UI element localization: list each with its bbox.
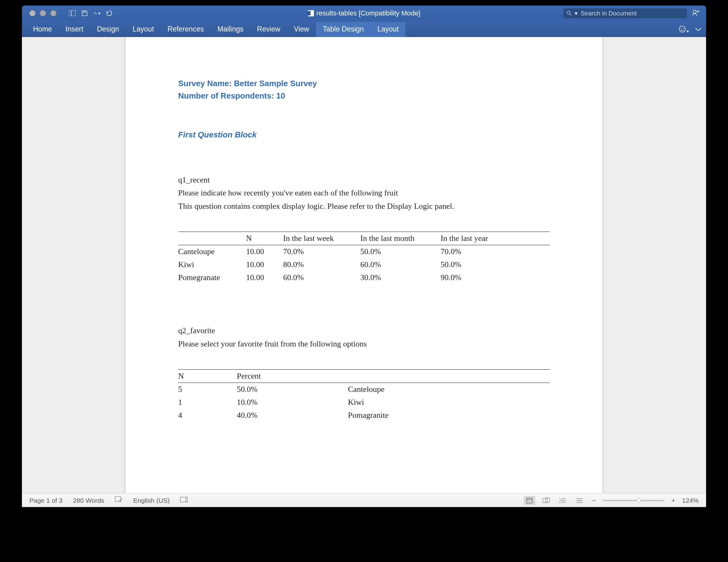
page-indicator[interactable]: Page 1 of 3 <box>29 497 62 504</box>
tab-design[interactable]: Design <box>90 22 126 37</box>
tab-references[interactable]: References <box>161 22 211 37</box>
q1-table: N In the last week In the last month In … <box>178 232 550 284</box>
search-placeholder: Search in Document <box>581 10 637 17</box>
table-row: Kiwi10.0080.0%60.0%50.0% <box>178 258 550 271</box>
print-layout-view-icon[interactable] <box>524 496 535 505</box>
respondent-count: Number of Respondents: 10 <box>178 90 550 102</box>
undo-icon[interactable]: ▾ <box>94 10 100 17</box>
svg-rect-12 <box>180 497 186 502</box>
svg-rect-0 <box>69 10 76 16</box>
q1-h0 <box>178 232 246 245</box>
page: Survey Name: Better Sample Survey Number… <box>126 37 602 493</box>
repeat-icon[interactable] <box>106 10 113 17</box>
tab-insert[interactable]: Insert <box>59 22 90 37</box>
zoom-slider-thumb[interactable] <box>637 498 641 503</box>
q2-table: N Percent 550.0%Canteloupe 110.0%Kiwi 44… <box>178 369 550 422</box>
status-bar: Page 1 of 3 280 Words English (US) − + 1… <box>22 493 706 507</box>
zoom-window-button[interactable] <box>50 10 56 16</box>
q2-h2 <box>348 370 550 383</box>
svg-point-9 <box>681 28 682 29</box>
app-window: ▾ results-tables [Compatibility Mode] ▾ … <box>22 6 706 507</box>
svg-point-3 <box>567 11 570 14</box>
zoom-slider[interactable] <box>603 500 664 501</box>
draft-view-icon[interactable] <box>574 496 585 505</box>
q2-h0: N <box>178 370 237 383</box>
save-icon[interactable] <box>81 10 88 17</box>
tab-view[interactable]: View <box>287 22 316 37</box>
svg-point-20 <box>559 498 560 499</box>
quick-access-toolbar: ▾ <box>69 10 113 17</box>
q1-prompt: Please indicate how recently you've eate… <box>178 187 550 200</box>
q2-prompt: Please select your favorite fruit from t… <box>178 338 550 351</box>
tab-review[interactable]: Review <box>250 22 287 37</box>
document-title: results-tables [Compatibility Mode] <box>308 9 420 17</box>
search-input[interactable]: ▾ Search in Document <box>563 8 687 18</box>
outline-view-icon[interactable] <box>557 496 569 505</box>
minimize-window-button[interactable] <box>40 10 46 16</box>
close-window-button[interactable] <box>29 10 36 16</box>
table-row: 550.0%Canteloupe <box>178 383 550 396</box>
collapse-ribbon-icon[interactable] <box>695 27 702 32</box>
q1-h2: In the last week <box>283 232 360 245</box>
ribbon-tabs: Home Insert Design Layout References Mai… <box>22 21 706 37</box>
search-icon <box>567 10 572 16</box>
share-icon[interactable] <box>692 9 700 18</box>
q1-h4: In the last year <box>441 232 550 245</box>
tab-table-design[interactable]: Table Design <box>316 22 370 37</box>
spellcheck-icon[interactable] <box>115 496 123 505</box>
survey-name: Survey Name: Better Sample Survey <box>178 77 550 90</box>
question-q1: q1_recent Please indicate how recently y… <box>178 174 550 284</box>
table-row: Pomegranate10.0060.0%30.0%90.0% <box>178 271 550 284</box>
emoji-icon[interactable]: ▾ <box>679 25 689 34</box>
svg-rect-13 <box>527 498 532 503</box>
window-controls <box>29 10 56 16</box>
status-right: − + 124% <box>524 496 699 505</box>
block-title: First Question Block <box>178 130 550 140</box>
zoom-in-button[interactable]: + <box>669 497 677 505</box>
accessibility-icon[interactable] <box>180 496 188 505</box>
tab-table-layout[interactable]: Layout <box>370 22 405 37</box>
q1-code: q1_recent <box>178 174 550 187</box>
q1-h1: N <box>246 232 283 245</box>
q2-h1: Percent <box>237 370 348 383</box>
svg-point-10 <box>683 28 684 29</box>
language-indicator[interactable]: English (US) <box>133 497 170 504</box>
titlebar: ▾ results-tables [Compatibility Mode] ▾ … <box>22 6 706 21</box>
zoom-level[interactable]: 124% <box>682 497 699 504</box>
question-q2: q2_favorite Please select your favorite … <box>178 324 550 422</box>
word-document-icon <box>308 10 314 16</box>
table-row: 440.0%Pomagranite <box>178 409 550 422</box>
svg-point-8 <box>679 26 685 32</box>
web-layout-view-icon[interactable] <box>540 496 552 505</box>
tab-mailings[interactable]: Mailings <box>211 22 250 37</box>
word-count[interactable]: 280 Words <box>73 497 104 504</box>
zoom-out-button[interactable]: − <box>590 497 598 505</box>
q1-note: This question contains complex display l… <box>178 200 550 213</box>
table-row: 110.0%Kiwi <box>178 396 550 409</box>
document-area[interactable]: Survey Name: Better Sample Survey Number… <box>22 37 706 493</box>
table-row: Canteloupe10.0070.0%50.0%70.0% <box>178 245 550 258</box>
svg-line-4 <box>570 14 571 15</box>
q2-code: q2_favorite <box>178 324 550 338</box>
q1-h3: In the last month <box>360 232 441 245</box>
sidebar-toggle-icon[interactable] <box>69 10 76 17</box>
svg-point-21 <box>559 502 560 503</box>
tab-layout[interactable]: Layout <box>126 22 161 37</box>
title-text: results-tables [Compatibility Mode] <box>316 9 420 17</box>
tab-home[interactable]: Home <box>26 22 59 37</box>
svg-point-5 <box>693 10 696 13</box>
